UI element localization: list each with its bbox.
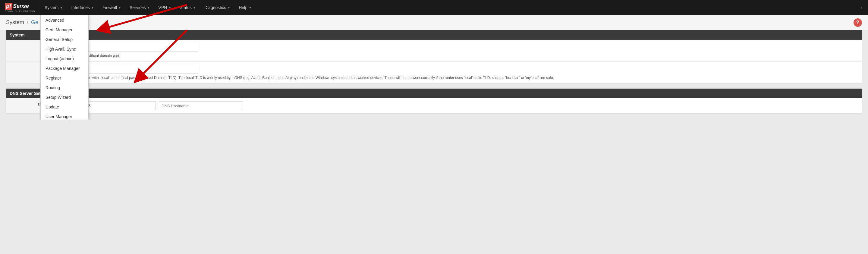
breadcrumb-current: Ge	[31, 19, 38, 25]
menu-register[interactable]: Register	[41, 73, 88, 83]
navbar: pf Sense COMMUNITY EDITION System ▼ Adva…	[0, 0, 868, 15]
nav-item-services: Services ▼	[125, 0, 154, 15]
logo-sense: Sense	[13, 3, 29, 9]
nav-right: →	[857, 0, 868, 15]
hostname-value-cell: wall host, without domain part	[67, 40, 862, 61]
menu-high-avail-sync[interactable]: High Avail. Sync	[41, 44, 88, 54]
nav-item-vpn: VPN ▼	[154, 0, 176, 15]
menu-logout[interactable]: Logout (admin)	[41, 54, 88, 64]
caret-services: ▼	[147, 6, 150, 9]
nav-item-help: Help ▼	[235, 0, 256, 15]
hostname-input[interactable]	[71, 43, 198, 52]
nav-link-system[interactable]: System ▼	[40, 0, 67, 15]
logout-icon[interactable]: →	[857, 4, 863, 11]
caret-status: ▼	[193, 6, 196, 9]
menu-update[interactable]: Update	[41, 102, 88, 112]
dns-form: DNS Servers	[6, 98, 862, 114]
hostname-help: wall host, without domain part	[71, 53, 857, 59]
domain-value-cell: omain name with '.local' as the final pa…	[67, 62, 862, 84]
nav-link-interfaces[interactable]: Interfaces ▼	[67, 0, 98, 15]
dns-hostname-input[interactable]	[159, 101, 243, 110]
nav-link-firewall[interactable]: Firewall ▼	[98, 0, 125, 15]
breadcrumb-parent[interactable]: System	[6, 19, 24, 25]
nav-item-diagnostics: Diagnostics ▼	[200, 0, 235, 15]
nav-link-diagnostics[interactable]: Diagnostics ▼	[200, 0, 235, 15]
domain-input[interactable]	[71, 65, 198, 74]
breadcrumb: System / Ge	[6, 19, 38, 26]
caret-help: ▼	[249, 6, 252, 9]
dns-servers-row: DNS Servers	[6, 98, 862, 113]
dns-inputs-group	[71, 101, 857, 110]
menu-general-setup[interactable]: General Setup	[41, 35, 88, 44]
system-dropdown: Advanced Cert. Manager General Setup Hig…	[40, 15, 89, 120]
menu-advanced[interactable]: Advanced	[41, 15, 88, 25]
system-section: System Hostname wall host, without domai…	[6, 30, 862, 84]
breadcrumb-bar: System / Ge ?	[0, 15, 868, 30]
dns-section-header: DNS Server Sett	[6, 89, 862, 98]
dns-servers-value-cell	[67, 98, 862, 113]
nav-item-firewall: Firewall ▼	[98, 0, 125, 15]
menu-cert-manager[interactable]: Cert. Manager	[41, 25, 88, 35]
caret-diagnostics: ▼	[227, 6, 230, 9]
caret-vpn: ▼	[168, 6, 171, 9]
nav-menu: System ▼ Advanced Cert. Manager General …	[40, 0, 857, 15]
brand-logo[interactable]: pf Sense COMMUNITY EDITION	[0, 0, 40, 15]
nav-item-status: Status ▼	[176, 0, 200, 15]
nav-link-vpn[interactable]: VPN ▼	[154, 0, 176, 15]
domain-help: omain name with '.local' as the final pa…	[71, 75, 857, 81]
system-section-header: System	[6, 30, 862, 40]
dns-section: DNS Server Sett DNS Servers	[6, 89, 862, 114]
nav-item-system: System ▼ Advanced Cert. Manager General …	[40, 0, 67, 15]
system-form: Hostname wall host, without domain part …	[6, 40, 862, 84]
menu-routing[interactable]: Routing	[41, 83, 88, 93]
domain-row: Dom omain name with '.local' as the fina…	[6, 62, 862, 84]
breadcrumb-separator: /	[27, 19, 28, 25]
nav-link-status[interactable]: Status ▼	[176, 0, 200, 15]
caret-system: ▼	[60, 6, 63, 9]
nav-item-interfaces: Interfaces ▼	[67, 0, 98, 15]
hostname-row: Hostname wall host, without domain part	[6, 40, 862, 62]
menu-user-manager[interactable]: User Manager	[41, 112, 88, 120]
menu-setup-wizard[interactable]: Setup Wizard	[41, 93, 88, 102]
caret-interfaces: ▼	[91, 6, 94, 9]
nav-link-services[interactable]: Services ▼	[125, 0, 154, 15]
caret-firewall: ▼	[118, 6, 121, 9]
nav-link-help[interactable]: Help ▼	[235, 0, 256, 15]
help-button[interactable]: ?	[854, 19, 862, 27]
logo-pf: pf	[5, 3, 12, 10]
menu-package-manager[interactable]: Package Manager	[41, 64, 88, 73]
logo-sub: COMMUNITY EDITION	[5, 10, 35, 13]
main-content: System Hostname wall host, without domai…	[0, 30, 868, 120]
